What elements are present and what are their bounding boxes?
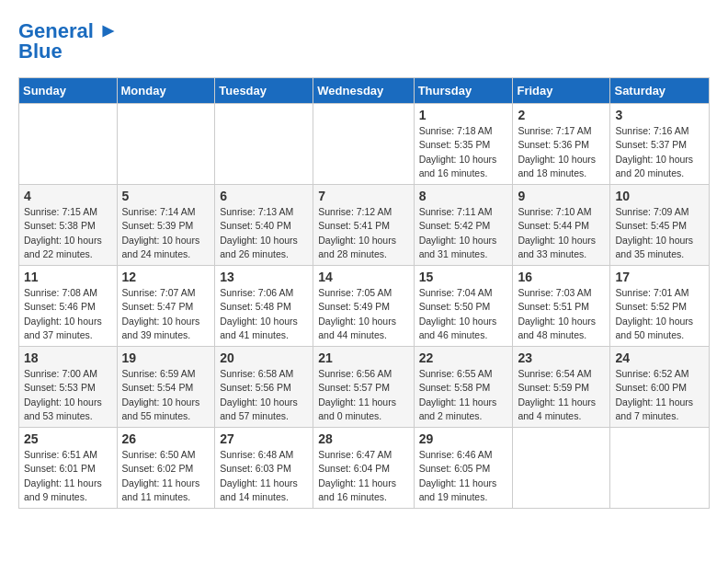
calendar-cell: 16Sunrise: 7:03 AMSunset: 5:51 PMDayligh… [513,266,610,347]
day-number: 7 [318,189,408,203]
day-header-wednesday: Wednesday [313,78,414,104]
day-info: Sunrise: 7:17 AMSunset: 5:36 PMDaylight:… [518,124,605,180]
calendar-cell: 15Sunrise: 7:04 AMSunset: 5:50 PMDayligh… [414,266,513,347]
calendar-cell: 26Sunrise: 6:50 AMSunset: 6:02 PMDayligh… [117,428,215,509]
calendar-cell: 1Sunrise: 7:18 AMSunset: 5:35 PMDaylight… [414,104,513,185]
calendar-cell: 29Sunrise: 6:46 AMSunset: 6:05 PMDayligh… [414,428,513,509]
calendar-cell: 11Sunrise: 7:08 AMSunset: 5:46 PMDayligh… [19,266,118,347]
day-info: Sunrise: 6:59 AMSunset: 5:54 PMDaylight:… [122,367,210,423]
calendar-cell: 25Sunrise: 6:51 AMSunset: 6:01 PMDayligh… [19,428,118,509]
page-header: General Blue [18,18,710,63]
logo-icon [96,18,121,44]
day-number: 16 [518,270,605,284]
day-number: 19 [122,350,210,365]
calendar-cell [19,104,118,185]
day-info: Sunrise: 6:46 AMSunset: 6:05 PMDaylight:… [419,448,508,504]
day-info: Sunrise: 7:03 AMSunset: 5:51 PMDaylight:… [518,286,605,342]
day-number: 3 [615,108,704,122]
day-header-thursday: Thursday [414,78,513,104]
day-header-sunday: Sunday [19,78,118,104]
calendar-cell: 27Sunrise: 6:48 AMSunset: 6:03 PMDayligh… [215,428,313,509]
calendar-cell: 10Sunrise: 7:09 AMSunset: 5:45 PMDayligh… [610,185,710,266]
calendar-cell: 12Sunrise: 7:07 AMSunset: 5:47 PMDayligh… [117,266,215,347]
calendar-cell: 20Sunrise: 6:58 AMSunset: 5:56 PMDayligh… [215,347,313,428]
day-number: 28 [318,431,408,446]
calendar-cell: 14Sunrise: 7:05 AMSunset: 5:49 PMDayligh… [313,266,414,347]
day-info: Sunrise: 6:51 AMSunset: 6:01 PMDaylight:… [24,448,112,504]
day-number: 18 [24,350,112,365]
day-number: 2 [518,108,605,122]
logo: General Blue [18,18,121,63]
calendar-body: 1Sunrise: 7:18 AMSunset: 5:35 PMDaylight… [19,104,710,509]
day-info: Sunrise: 7:13 AMSunset: 5:40 PMDaylight:… [220,205,308,261]
calendar-cell: 19Sunrise: 6:59 AMSunset: 5:54 PMDayligh… [117,347,215,428]
day-number: 24 [615,350,704,365]
calendar-cell: 13Sunrise: 7:06 AMSunset: 5:48 PMDayligh… [215,266,313,347]
day-header-friday: Friday [513,78,610,104]
calendar-cell [513,428,610,509]
day-number: 14 [318,270,408,284]
calendar-cell: 24Sunrise: 6:52 AMSunset: 6:00 PMDayligh… [610,347,710,428]
calendar-cell: 17Sunrise: 7:01 AMSunset: 5:52 PMDayligh… [610,266,710,347]
calendar-cell: 4Sunrise: 7:15 AMSunset: 5:38 PMDaylight… [19,185,118,266]
day-number: 15 [419,270,508,284]
day-number: 10 [615,189,704,203]
calendar-cell: 9Sunrise: 7:10 AMSunset: 5:44 PMDaylight… [513,185,610,266]
day-number: 11 [24,270,112,284]
day-info: Sunrise: 7:04 AMSunset: 5:50 PMDaylight:… [419,286,508,342]
day-number: 4 [24,189,112,203]
day-info: Sunrise: 7:15 AMSunset: 5:38 PMDaylight:… [24,205,112,261]
day-info: Sunrise: 6:55 AMSunset: 5:58 PMDaylight:… [419,367,508,423]
day-number: 9 [518,189,605,203]
calendar-week-1: 1Sunrise: 7:18 AMSunset: 5:35 PMDaylight… [19,104,710,185]
day-info: Sunrise: 7:00 AMSunset: 5:53 PMDaylight:… [24,367,112,423]
day-number: 13 [220,270,308,284]
day-number: 22 [419,350,508,365]
day-number: 25 [24,431,112,446]
day-number: 21 [318,350,408,365]
day-number: 26 [122,431,210,446]
day-number: 27 [220,431,308,446]
calendar-cell: 28Sunrise: 6:47 AMSunset: 6:04 PMDayligh… [313,428,414,509]
day-number: 8 [419,189,508,203]
day-info: Sunrise: 7:01 AMSunset: 5:52 PMDaylight:… [615,286,704,342]
calendar-cell: 5Sunrise: 7:14 AMSunset: 5:39 PMDaylight… [117,185,215,266]
calendar-cell: 8Sunrise: 7:11 AMSunset: 5:42 PMDaylight… [414,185,513,266]
day-info: Sunrise: 7:18 AMSunset: 5:35 PMDaylight:… [419,124,508,180]
day-info: Sunrise: 6:47 AMSunset: 6:04 PMDaylight:… [318,448,408,504]
day-number: 23 [518,350,605,365]
calendar-cell [313,104,414,185]
day-info: Sunrise: 7:10 AMSunset: 5:44 PMDaylight:… [518,205,605,261]
day-number: 29 [419,431,508,446]
day-info: Sunrise: 6:50 AMSunset: 6:02 PMDaylight:… [122,448,210,504]
day-info: Sunrise: 6:48 AMSunset: 6:03 PMDaylight:… [220,448,308,504]
calendar-week-5: 25Sunrise: 6:51 AMSunset: 6:01 PMDayligh… [19,428,710,509]
day-header-tuesday: Tuesday [215,78,313,104]
calendar-week-4: 18Sunrise: 7:00 AMSunset: 5:53 PMDayligh… [19,347,710,428]
day-number: 1 [419,108,508,122]
day-info: Sunrise: 6:56 AMSunset: 5:57 PMDaylight:… [318,367,408,423]
day-number: 17 [615,270,704,284]
calendar-cell: 2Sunrise: 7:17 AMSunset: 5:36 PMDaylight… [513,104,610,185]
calendar-header-row: SundayMondayTuesdayWednesdayThursdayFrid… [19,78,710,104]
calendar-cell [610,428,710,509]
calendar-cell: 21Sunrise: 6:56 AMSunset: 5:57 PMDayligh… [313,347,414,428]
calendar-cell [117,104,215,185]
calendar-cell [215,104,313,185]
calendar-cell: 22Sunrise: 6:55 AMSunset: 5:58 PMDayligh… [414,347,513,428]
day-info: Sunrise: 7:14 AMSunset: 5:39 PMDaylight:… [122,205,210,261]
day-header-monday: Monday [117,78,215,104]
day-info: Sunrise: 7:08 AMSunset: 5:46 PMDaylight:… [24,286,112,342]
day-number: 20 [220,350,308,365]
day-number: 12 [122,270,210,284]
day-info: Sunrise: 7:12 AMSunset: 5:41 PMDaylight:… [318,205,408,261]
svg-marker-0 [102,25,114,37]
day-number: 5 [122,189,210,203]
calendar-cell: 6Sunrise: 7:13 AMSunset: 5:40 PMDaylight… [215,185,313,266]
day-info: Sunrise: 7:11 AMSunset: 5:42 PMDaylight:… [419,205,508,261]
calendar-week-2: 4Sunrise: 7:15 AMSunset: 5:38 PMDaylight… [19,185,710,266]
day-info: Sunrise: 7:06 AMSunset: 5:48 PMDaylight:… [220,286,308,342]
day-header-saturday: Saturday [610,78,710,104]
calendar-cell: 23Sunrise: 6:54 AMSunset: 5:59 PMDayligh… [513,347,610,428]
day-info: Sunrise: 7:09 AMSunset: 5:45 PMDaylight:… [615,205,704,261]
